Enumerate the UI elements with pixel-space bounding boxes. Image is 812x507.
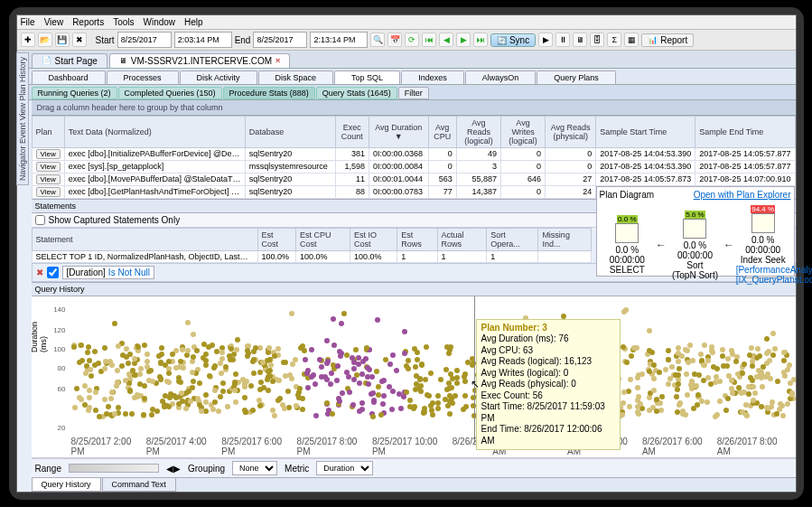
data-point[interactable] bbox=[319, 364, 324, 370]
close-icon[interactable]: × bbox=[275, 56, 280, 65]
sigma-icon[interactable]: Σ bbox=[607, 33, 621, 47]
menu-tools[interactable]: Tools bbox=[113, 17, 134, 27]
data-point[interactable] bbox=[454, 380, 460, 386]
data-point[interactable] bbox=[723, 408, 729, 413]
data-point[interactable] bbox=[185, 348, 191, 353]
data-point[interactable] bbox=[116, 405, 121, 410]
data-point[interactable] bbox=[676, 345, 681, 351]
scol-ecpu[interactable]: Est CPU Cost bbox=[295, 228, 350, 250]
refresh-icon[interactable]: ⟳ bbox=[405, 33, 419, 47]
data-point[interactable] bbox=[216, 408, 221, 414]
data-point[interactable] bbox=[219, 356, 225, 361]
data-point[interactable] bbox=[631, 345, 637, 351]
data-point[interactable] bbox=[203, 408, 209, 414]
data-point[interactable] bbox=[329, 371, 334, 376]
data-point[interactable] bbox=[438, 377, 443, 382]
scol-ec[interactable]: Est Cost bbox=[257, 228, 295, 250]
data-point[interactable] bbox=[148, 368, 154, 373]
data-point[interactable] bbox=[250, 408, 256, 413]
data-point[interactable] bbox=[780, 413, 786, 418]
data-point[interactable] bbox=[324, 338, 330, 343]
data-point[interactable] bbox=[203, 352, 209, 357]
ftab-filter[interactable]: Filter bbox=[398, 87, 429, 99]
data-point[interactable] bbox=[126, 361, 131, 366]
data-point[interactable] bbox=[109, 390, 115, 395]
data-point[interactable] bbox=[658, 408, 664, 413]
data-point[interactable] bbox=[357, 408, 362, 414]
btab-command-text[interactable]: Command Text bbox=[102, 478, 176, 492]
data-point[interactable] bbox=[132, 361, 137, 366]
data-point[interactable] bbox=[375, 317, 380, 323]
data-point[interactable] bbox=[720, 347, 725, 352]
data-point[interactable] bbox=[379, 379, 385, 384]
data-point[interactable] bbox=[309, 347, 314, 352]
data-point[interactable] bbox=[331, 316, 336, 322]
data-point[interactable] bbox=[225, 404, 230, 409]
data-point[interactable] bbox=[266, 350, 271, 355]
data-point[interactable] bbox=[77, 360, 82, 365]
data-point[interactable] bbox=[748, 375, 753, 380]
data-point[interactable] bbox=[154, 408, 160, 414]
data-point[interactable] bbox=[325, 359, 331, 364]
data-point[interactable] bbox=[71, 344, 77, 350]
data-point[interactable] bbox=[328, 381, 333, 387]
data-point[interactable] bbox=[129, 411, 135, 417]
data-point[interactable] bbox=[635, 385, 640, 390]
grouping-select[interactable]: None bbox=[232, 461, 277, 475]
data-point[interactable] bbox=[770, 352, 776, 358]
data-point[interactable] bbox=[272, 413, 277, 418]
data-point[interactable] bbox=[158, 360, 163, 365]
data-point[interactable] bbox=[435, 393, 441, 399]
data-point[interactable] bbox=[285, 389, 291, 394]
data-point[interactable] bbox=[774, 411, 779, 417]
data-point[interactable] bbox=[86, 344, 91, 350]
plan-node-select[interactable]: 0.0 % 0.0 % 00:00:00 SELECT bbox=[600, 215, 654, 275]
data-point[interactable] bbox=[725, 356, 731, 361]
data-point[interactable] bbox=[629, 353, 634, 359]
data-point[interactable] bbox=[77, 395, 82, 400]
data-point[interactable] bbox=[402, 351, 407, 356]
data-point[interactable] bbox=[309, 374, 314, 380]
data-point[interactable] bbox=[339, 321, 344, 326]
data-point[interactable] bbox=[740, 409, 745, 415]
data-point[interactable] bbox=[746, 391, 751, 397]
data-point[interactable] bbox=[180, 347, 185, 352]
data-point[interactable] bbox=[102, 345, 107, 351]
data-point[interactable] bbox=[96, 361, 101, 366]
data-point[interactable] bbox=[87, 395, 92, 400]
data-point[interactable] bbox=[764, 351, 770, 356]
data-point[interactable] bbox=[691, 406, 696, 411]
data-point[interactable] bbox=[289, 311, 294, 316]
data-point[interactable] bbox=[407, 398, 413, 403]
data-point[interactable] bbox=[675, 409, 680, 415]
data-point[interactable] bbox=[677, 400, 683, 406]
data-point[interactable] bbox=[341, 311, 347, 316]
data-point[interactable] bbox=[666, 381, 671, 387]
data-point[interactable] bbox=[654, 408, 659, 414]
data-point[interactable] bbox=[112, 321, 117, 326]
data-point[interactable] bbox=[710, 350, 715, 355]
data-point[interactable] bbox=[749, 345, 754, 351]
data-point[interactable] bbox=[102, 397, 107, 402]
data-point[interactable] bbox=[303, 357, 308, 362]
data-point[interactable] bbox=[272, 353, 277, 359]
data-point[interactable] bbox=[218, 394, 223, 399]
data-point[interactable] bbox=[394, 368, 399, 373]
tab-indexes[interactable]: Indexes bbox=[401, 70, 464, 84]
data-point[interactable] bbox=[190, 370, 195, 375]
report-button[interactable]: 📊 Report bbox=[641, 33, 694, 47]
data-point[interactable] bbox=[340, 390, 345, 396]
data-point[interactable] bbox=[695, 392, 701, 398]
data-point[interactable] bbox=[448, 344, 453, 350]
data-point[interactable] bbox=[116, 343, 121, 349]
data-point[interactable] bbox=[675, 387, 680, 392]
data-point[interactable] bbox=[424, 344, 429, 350]
data-point[interactable] bbox=[337, 399, 342, 404]
data-point[interactable] bbox=[282, 406, 287, 411]
table-row[interactable]: View exec [dbo].[MovePABufferData] @Stal… bbox=[32, 173, 795, 185]
data-point[interactable] bbox=[651, 362, 657, 368]
data-point[interactable] bbox=[334, 378, 340, 383]
data-point[interactable] bbox=[676, 359, 681, 364]
window-icon[interactable]: ▦ bbox=[624, 33, 639, 47]
filter-close-icon[interactable]: ✖ bbox=[36, 268, 43, 277]
